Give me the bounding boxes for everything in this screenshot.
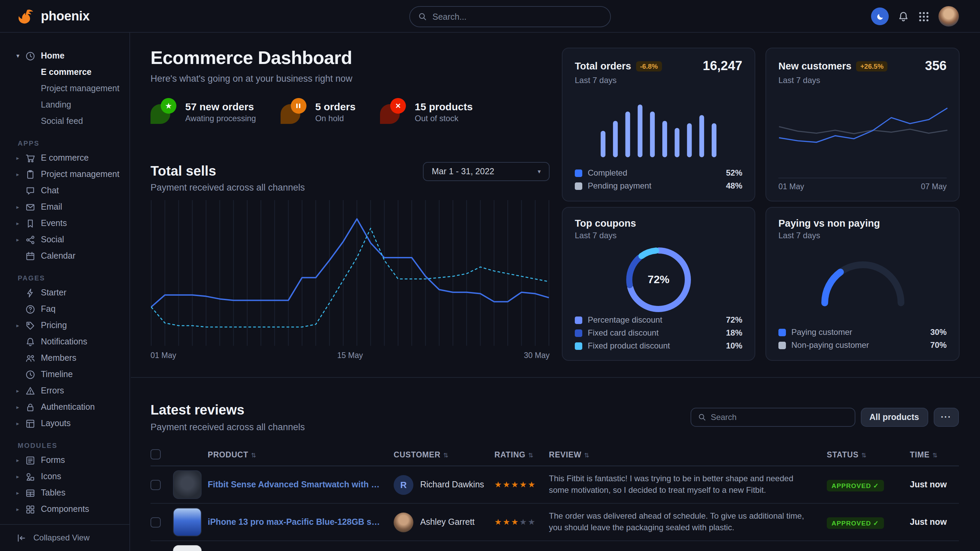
phoenix-logo-icon — [18, 7, 35, 25]
sidebar-home-children: E commerceProject managementLandingSocia… — [0, 64, 129, 129]
order-stats: ★ 57 new orders Awating processing 5 ord… — [151, 98, 473, 125]
sidebar-item-members[interactable]: Members — [0, 350, 129, 366]
legend-row: Paying customer 30% — [778, 327, 947, 337]
sidebar-item-forms[interactable]: ▸Forms — [0, 452, 129, 468]
chevron-right-icon: ▸ — [16, 506, 25, 512]
card-period: Last 7 days — [778, 76, 947, 85]
sidebar-item-e-commerce[interactable]: E commerce — [0, 64, 129, 80]
brand-name: phoenix — [41, 8, 89, 24]
chevron-down-icon: ▾ — [538, 168, 541, 175]
mail-icon — [25, 202, 35, 212]
sidebar-item-calendar[interactable]: Calendar — [0, 248, 129, 264]
card-period: Last 7 days — [575, 231, 742, 240]
column-header-review[interactable]: REVIEW⇅ — [549, 450, 827, 459]
sidebar-item-icons[interactable]: ▸Icons — [0, 468, 129, 484]
sidebar-item-events[interactable]: ▸Events — [0, 215, 129, 232]
product-link[interactable]: Fitbit Sense Advanced Smartwatch with To… — [208, 480, 394, 489]
stat-new-orders: ★ 57 new orders Awating processing — [151, 98, 256, 125]
column-header-rating[interactable]: RATING⇅ — [495, 450, 549, 459]
page-subtitle: Here's what's going on at your business … — [151, 73, 352, 84]
trend-badge: +26.5% — [856, 61, 888, 71]
review-time: Just now — [910, 480, 959, 489]
sidebar-item-components[interactable]: ▸Components — [0, 501, 129, 517]
product-thumbnail[interactable] — [173, 470, 202, 499]
sidebar-item-label: Faq — [41, 304, 56, 314]
bell-icon — [897, 11, 909, 22]
stat-subtitle: Out of stock — [415, 113, 473, 123]
sidebar-item-layouts[interactable]: ▸Layouts — [0, 415, 129, 432]
product-link[interactable]: iPhone 13 pro max-Pacific Blue-128GB sto… — [208, 517, 394, 527]
shapes-icon — [25, 472, 35, 481]
sidebar-item-faq[interactable]: Faq — [0, 301, 129, 317]
legend-row: Non-paying customer 70% — [778, 340, 947, 350]
column-header-status[interactable]: STATUS⇅ — [827, 450, 910, 459]
sidebar-item-tables[interactable]: ▸Tables — [0, 484, 129, 501]
sidebar-item-errors[interactable]: ▸Errors — [0, 383, 129, 399]
legend-row: Fixed card discount 18% — [575, 328, 742, 338]
theme-toggle-button[interactable] — [871, 8, 889, 25]
sidebar-item-project-management[interactable]: ▸Project management — [0, 166, 129, 183]
sidebar-item-chat[interactable]: Chat — [0, 183, 129, 199]
column-header-customer[interactable]: CUSTOMER⇅ — [394, 450, 495, 459]
cart-icon — [25, 153, 35, 163]
column-header-time[interactable]: TIME⇅ — [910, 450, 959, 459]
reviews-controls: All products ··· — [690, 408, 959, 427]
sidebar-item-timeline[interactable]: Timeline — [0, 366, 129, 383]
sidebar-item-social-feed[interactable]: Social feed — [0, 113, 129, 129]
donut-center-label: 72% — [623, 245, 694, 315]
sidebar-item-label: Pricing — [41, 321, 67, 330]
sort-icon: ⇅ — [251, 452, 256, 459]
x-icon: ✕ — [390, 98, 406, 114]
reviews-search[interactable] — [690, 408, 855, 427]
row-checkbox[interactable] — [151, 517, 161, 527]
column-header-product[interactable]: PRODUCT⇅ — [208, 450, 394, 459]
row-checkbox[interactable] — [151, 480, 161, 490]
sidebar-item-email[interactable]: ▸Email — [0, 199, 129, 215]
reviews-table-header: PRODUCT⇅ CUSTOMER⇅ RATING⇅ REVIEW⇅ STATU… — [151, 443, 959, 466]
notifications-button[interactable] — [897, 11, 909, 22]
legend-row: Percentage discount 72% — [575, 315, 742, 325]
sidebar-item-label: Email — [41, 202, 62, 212]
sidebar-item-social[interactable]: ▸Social — [0, 232, 129, 248]
sidebar-item-label: Events — [41, 219, 67, 228]
sidebar-item-landing[interactable]: Landing — [0, 97, 129, 113]
search-input[interactable] — [433, 12, 602, 21]
stat-title: 5 orders — [315, 100, 355, 112]
customer-avatar[interactable]: R — [394, 475, 414, 494]
more-options-button[interactable]: ··· — [933, 408, 959, 427]
apps-menu-button[interactable] — [918, 11, 930, 22]
moon-icon — [875, 12, 884, 21]
product-thumbnail[interactable] — [173, 545, 202, 551]
legend-row: Pending payment 48% — [575, 181, 742, 191]
collapse-view-toggle[interactable]: Collapsed View — [0, 524, 129, 551]
select-all-checkbox[interactable] — [151, 449, 161, 459]
reviews-table: PRODUCT⇅ CUSTOMER⇅ RATING⇅ REVIEW⇅ STATU… — [151, 443, 959, 551]
global-search[interactable] — [409, 6, 611, 27]
lock-icon — [25, 402, 35, 412]
share-icon — [25, 235, 35, 245]
sidebar-section-modules: MODULES — [18, 442, 129, 449]
sidebar-item-e-commerce[interactable]: ▸E commerce — [0, 150, 129, 166]
sidebar-item-starter[interactable]: Starter — [0, 284, 129, 301]
sort-icon: ⇅ — [584, 452, 590, 459]
sidebar-item-project-management[interactable]: Project management — [0, 80, 129, 97]
sidebar-item-notifications[interactable]: Notifications — [0, 333, 129, 350]
user-avatar[interactable] — [939, 6, 959, 27]
brand[interactable]: phoenix — [18, 7, 89, 25]
chevron-right-icon: ▸ — [16, 171, 25, 177]
customer-avatar[interactable] — [394, 512, 414, 532]
sidebar-item-label: Home — [41, 51, 64, 60]
all-products-button[interactable]: All products — [861, 408, 928, 427]
sidebar-item-pricing[interactable]: ▸Pricing — [0, 317, 129, 333]
reviews-search-input[interactable] — [711, 413, 848, 422]
card-title: Paying vs non paying — [778, 218, 880, 229]
sidebar-item-label: Layouts — [41, 419, 71, 428]
sidebar-item-authentication[interactable]: ▸Authentication — [0, 399, 129, 415]
search-icon — [418, 12, 427, 21]
date-range-select[interactable]: Mar 1 - 31, 2022 ▾ — [423, 162, 550, 181]
customer-avatar[interactable] — [394, 549, 414, 551]
stat-subtitle: Awating processing — [185, 113, 256, 123]
product-thumbnail[interactable] — [173, 508, 202, 537]
new-orders-icon: ★ — [151, 98, 178, 125]
sidebar-item-home[interactable]: ▾ Home — [0, 48, 129, 64]
